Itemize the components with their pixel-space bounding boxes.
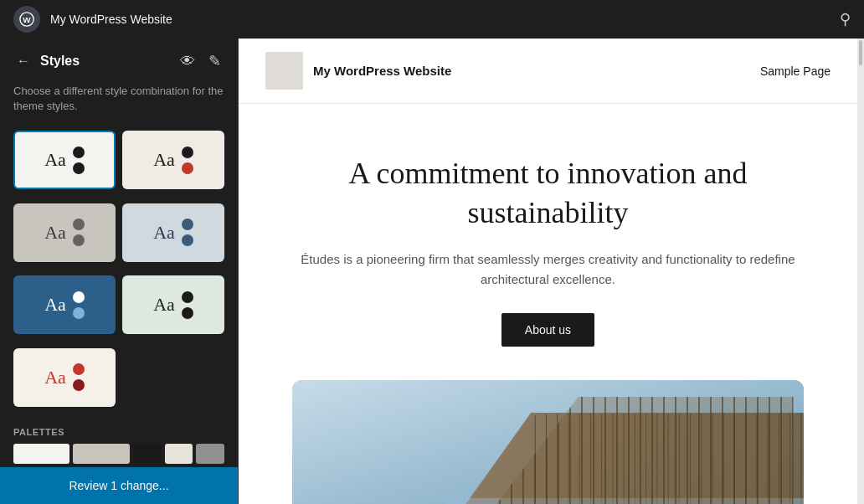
hero-title: A commitment to innovation and sustainab… — [289, 154, 808, 233]
style-dots — [182, 219, 193, 246]
hero-subtitle: Études is a pioneering firm that seamles… — [289, 249, 808, 290]
style-aa-label: Aa — [153, 222, 175, 244]
palette-swatch-3[interactable] — [133, 444, 162, 464]
style-dots — [73, 147, 85, 174]
sidebar: ← Styles 👁 ✎ Choose a different style co… — [0, 39, 239, 504]
website-nav: Sample Page — [760, 64, 831, 78]
review-changes-button[interactable]: Review 1 change... — [0, 467, 238, 504]
palettes-label: PALETTES — [13, 427, 224, 437]
main-area: ← Styles 👁 ✎ Choose a different style co… — [0, 39, 864, 504]
style-card-4[interactable]: Aa — [122, 203, 224, 262]
style-aa-label: Aa — [44, 367, 66, 388]
top-bar: W My WordPress Website ⚲ — [0, 0, 864, 39]
website-logo — [265, 52, 303, 90]
sidebar-title: Styles — [40, 54, 170, 69]
style-card-2[interactable]: Aa — [122, 131, 224, 189]
style-aa-label: Aa — [153, 294, 175, 316]
back-button[interactable]: ← — [13, 50, 33, 72]
style-dots — [73, 219, 85, 246]
preview-area: My WordPress Website Sample Page A commi… — [239, 39, 857, 504]
palette-swatch-1[interactable] — [13, 444, 69, 464]
about-us-button[interactable]: About us — [501, 313, 594, 347]
building-image — [292, 380, 804, 504]
building-image-visual — [292, 380, 804, 504]
palettes-bar — [13, 444, 224, 464]
nav-sample-page[interactable]: Sample Page — [760, 64, 831, 78]
styles-grid: Aa Aa Aa — [0, 124, 238, 420]
website-site-name: My WordPress Website — [313, 64, 451, 78]
svg-rect-2 — [292, 380, 804, 504]
site-name: My WordPress Website — [50, 13, 172, 26]
style-card-3[interactable]: Aa — [13, 203, 116, 262]
style-card-7[interactable]: Aa — [13, 348, 116, 407]
website-header: My WordPress Website Sample Page — [239, 39, 857, 104]
hero-section: A commitment to innovation and sustainab… — [255, 104, 841, 380]
palette-swatch-2[interactable] — [73, 444, 129, 464]
style-dots — [182, 147, 193, 174]
sidebar-description: Choose a different style combination for… — [0, 84, 238, 124]
sidebar-header: ← Styles 👁 ✎ — [0, 39, 238, 84]
building-image-container — [239, 380, 857, 504]
scrollbar[interactable] — [857, 39, 864, 504]
palettes-section: PALETTES — [0, 420, 238, 467]
style-dots — [182, 291, 193, 319]
svg-text:W: W — [23, 15, 31, 24]
palette-swatch-4[interactable] — [165, 444, 193, 464]
search-icon[interactable]: ⚲ — [840, 10, 851, 28]
style-aa-label: Aa — [153, 149, 175, 171]
style-aa-label: Aa — [44, 294, 66, 316]
preview-icon-button[interactable]: 👁 — [177, 49, 198, 74]
edit-icon-button[interactable]: ✎ — [205, 49, 224, 74]
svg-rect-29 — [445, 498, 804, 504]
wp-logo: W — [13, 6, 40, 33]
palette-swatch-5[interactable] — [196, 444, 224, 464]
style-card-6[interactable]: Aa — [122, 275, 224, 334]
style-dots — [73, 363, 85, 391]
style-aa-label: Aa — [44, 222, 66, 244]
style-aa-label: Aa — [44, 149, 66, 171]
style-card-5[interactable]: Aa — [13, 275, 116, 334]
style-card-1[interactable]: Aa — [13, 131, 116, 189]
style-dots — [73, 291, 85, 319]
